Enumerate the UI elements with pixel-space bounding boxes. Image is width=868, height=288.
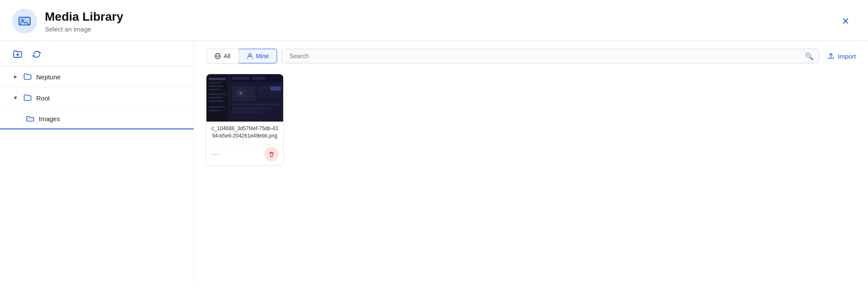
new-folder-icon bbox=[13, 50, 22, 59]
svg-rect-11 bbox=[209, 78, 226, 80]
svg-rect-31 bbox=[232, 107, 270, 110]
svg-rect-28 bbox=[259, 91, 281, 94]
media-card-delete-button[interactable] bbox=[264, 147, 279, 162]
chevron-right-icon: ► bbox=[12, 74, 19, 80]
svg-rect-13 bbox=[209, 85, 224, 87]
svg-rect-14 bbox=[209, 89, 221, 90]
media-library-icon bbox=[18, 14, 31, 28]
filter-all-button[interactable]: All bbox=[206, 49, 239, 63]
refresh-icon bbox=[32, 50, 41, 59]
body-layout: ► Neptune ▼ Root Images bbox=[0, 41, 868, 282]
tree-item-images-label: Images bbox=[39, 115, 60, 122]
globe-icon bbox=[214, 53, 221, 59]
page-subtitle: Select an image bbox=[45, 25, 123, 33]
media-card-filename: c_104688_3d57f4ef-75db-4394-b5e9-204261e… bbox=[211, 125, 279, 140]
tree-item-neptune-label: Neptune bbox=[36, 73, 61, 81]
search-wrap: 🔍 bbox=[281, 49, 820, 63]
svg-rect-12 bbox=[209, 82, 222, 83]
import-button[interactable]: Import bbox=[827, 52, 856, 60]
folder-icon bbox=[23, 72, 32, 81]
refresh-button[interactable] bbox=[31, 49, 42, 60]
trash-icon bbox=[268, 151, 275, 158]
svg-rect-19 bbox=[209, 110, 221, 111]
import-label: Import bbox=[837, 53, 856, 60]
search-icon: 🔍 bbox=[805, 52, 814, 60]
close-button[interactable]: × bbox=[839, 13, 852, 29]
tree-item-images[interactable]: Images bbox=[0, 109, 194, 129]
user-icon bbox=[247, 53, 253, 59]
tree-item-neptune[interactable]: ► Neptune bbox=[0, 66, 194, 88]
modal-header: Media Library Select an image × bbox=[0, 0, 868, 41]
filter-mine-label: Mine bbox=[256, 53, 269, 59]
upload-icon bbox=[827, 52, 835, 60]
media-card-footer: ··· bbox=[206, 144, 283, 165]
tree-item-root[interactable]: ▼ Root bbox=[0, 88, 194, 109]
media-card: c_104688_3d57f4ef-75db-4394-b5e9-204261e… bbox=[206, 74, 284, 166]
folder-open-icon bbox=[26, 114, 34, 123]
sidebar: ► Neptune ▼ Root Images bbox=[0, 41, 194, 282]
svg-rect-21 bbox=[232, 77, 249, 80]
svg-rect-30 bbox=[232, 103, 281, 106]
svg-rect-17 bbox=[209, 100, 225, 102]
page-title: Media Library bbox=[45, 9, 123, 24]
header-left: Media Library Select an image bbox=[12, 9, 123, 34]
svg-rect-15 bbox=[209, 94, 226, 95]
media-grid: c_104688_3d57f4ef-75db-4394-b5e9-204261e… bbox=[206, 74, 856, 166]
search-input[interactable] bbox=[287, 49, 806, 63]
svg-rect-16 bbox=[209, 97, 222, 98]
filter-all-label: All bbox=[224, 53, 231, 59]
media-card-body: c_104688_3d57f4ef-75db-4394-b5e9-204261e… bbox=[206, 122, 283, 144]
svg-rect-22 bbox=[253, 77, 265, 80]
folder-icon bbox=[23, 94, 32, 102]
svg-rect-32 bbox=[232, 111, 262, 113]
media-library-icon-wrap bbox=[12, 9, 37, 34]
svg-rect-18 bbox=[209, 106, 226, 108]
main-content: All Mine 🔍 Import bbox=[194, 41, 868, 282]
media-card-thumbnail[interactable] bbox=[206, 74, 283, 122]
thumbnail-image bbox=[206, 74, 283, 122]
svg-rect-29 bbox=[259, 95, 276, 97]
filter-mine-button[interactable]: Mine bbox=[239, 49, 277, 63]
media-card-menu-button[interactable]: ··· bbox=[211, 150, 220, 159]
header-titles: Media Library Select an image bbox=[45, 9, 123, 33]
sidebar-toolbar bbox=[0, 41, 194, 66]
more-icon: ··· bbox=[211, 150, 220, 158]
filters-bar: All Mine 🔍 Import bbox=[206, 49, 856, 63]
new-folder-button[interactable] bbox=[12, 49, 23, 60]
svg-rect-33 bbox=[270, 86, 281, 91]
chevron-down-icon: ▼ bbox=[12, 95, 19, 101]
tree-item-root-label: Root bbox=[36, 94, 50, 102]
